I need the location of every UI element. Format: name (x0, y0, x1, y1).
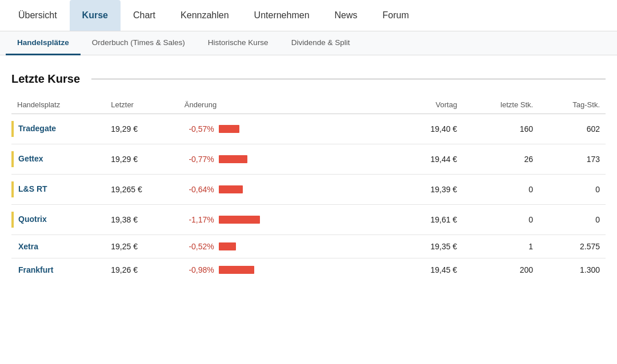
sub-nav-tab-historische-kurse[interactable]: Historische Kurse (197, 31, 280, 55)
place-name[interactable]: Frankfurt (18, 265, 53, 274)
handelsplatz-cell: Xetra (11, 235, 105, 258)
table-body: Tradegate19,29 €-0,57%19,40 €160602Gette… (11, 114, 606, 282)
handelsplatz-cell: Frankfurt (11, 258, 105, 282)
main-nav-tab-news[interactable]: News (322, 0, 370, 31)
main-nav-tab-forum[interactable]: Forum (370, 0, 422, 31)
col-header-6: Tag-Stk. (539, 96, 606, 114)
content-area: Letzte Kurse HandelsplatzLetzterÄnderung… (0, 55, 617, 293)
tag-stk-cell: 602 (539, 114, 606, 144)
main-nav-tab-chart[interactable]: Chart (121, 0, 168, 31)
sub-nav-tab-handelsplaetze[interactable]: Handelsplätze (6, 31, 81, 55)
place-name[interactable]: Gettex (18, 154, 43, 163)
aenderung-cell: -0,98% (179, 258, 328, 282)
change-value: -0,64% (185, 185, 214, 194)
letzter-cell: 19,38 € (105, 205, 179, 235)
aenderung-cell: -0,57% (179, 114, 328, 144)
letzter-cell: 19,29 € (105, 144, 179, 175)
change-value: -0,52% (185, 242, 214, 251)
place-name[interactable]: Quotrix (18, 215, 47, 224)
table-row: Tradegate19,29 €-0,57%19,40 €160602 (11, 114, 606, 144)
change-bar (219, 242, 236, 250)
aenderung-cell: -0,52% (179, 235, 328, 258)
handelsplatz-cell: Quotrix (11, 205, 105, 235)
spacer-cell (328, 258, 397, 282)
sub-nav-tab-dividende-&-split[interactable]: Dividende & Split (280, 31, 362, 55)
table-row: Xetra19,25 €-0,52%19,35 €12.575 (11, 235, 606, 258)
change-bar (219, 125, 239, 133)
tag-stk-cell: 0 (539, 175, 606, 205)
vortag-cell: 19,61 € (397, 205, 463, 235)
yellow-marker (11, 212, 14, 228)
main-nav: ÜbersichtKurseChartKennzahlenUnternehmen… (0, 0, 617, 31)
col-header-0: Handelsplatz (11, 96, 105, 114)
aenderung-cell: -0,77% (179, 144, 328, 175)
spacer-cell (328, 144, 397, 175)
sub-nav-tab-orderbuch-times-&-sales[interactable]: Orderbuch (Times & Sales) (81, 31, 197, 55)
col-header-5: letzte Stk. (463, 96, 539, 114)
change-bar (219, 266, 254, 274)
col-header-4: Vortag (397, 96, 463, 114)
change-value: -0,98% (185, 265, 214, 274)
table-row: Gettex19,29 €-0,77%19,44 €26173 (11, 144, 606, 175)
change-bar (219, 216, 260, 224)
table-row: Frankfurt19,26 €-0,98%19,45 €2001.300 (11, 258, 606, 282)
main-nav-tab-kennzahlen[interactable]: Kennzahlen (168, 0, 242, 31)
yellow-marker (11, 151, 14, 167)
change-value: -1,17% (185, 215, 214, 224)
letzte-stk-cell: 160 (463, 114, 539, 144)
letzte-stk-cell: 0 (463, 205, 539, 235)
tag-stk-cell: 173 (539, 144, 606, 175)
vortag-cell: 19,45 € (397, 258, 463, 282)
table-header: HandelsplatzLetzterÄnderungVortagletzte … (11, 96, 606, 114)
main-nav-tab-unternehmen[interactable]: Unternehmen (242, 0, 322, 31)
handelsplatz-cell: Tradegate (11, 114, 105, 144)
handelsplatz-cell: L&S RT (11, 175, 105, 205)
yellow-marker (11, 181, 14, 197)
letzter-cell: 19,26 € (105, 258, 179, 282)
change-value: -0,77% (185, 155, 214, 164)
vortag-cell: 19,39 € (397, 175, 463, 205)
col-header-1: Letzter (105, 96, 179, 114)
letzter-cell: 19,265 € (105, 175, 179, 205)
handelsplatz-cell: Gettex (11, 144, 105, 175)
table-row: L&S RT19,265 €-0,64%19,39 €00 (11, 175, 606, 205)
col-header-3 (328, 96, 397, 114)
aenderung-cell: -0,64% (179, 175, 328, 205)
kurse-table: HandelsplatzLetzterÄnderungVortagletzte … (11, 96, 606, 281)
aenderung-cell: -1,17% (179, 205, 328, 235)
tag-stk-cell: 2.575 (539, 235, 606, 258)
main-nav-tab-uebersicht[interactable]: Übersicht (6, 0, 70, 31)
header-row: HandelsplatzLetzterÄnderungVortagletzte … (11, 96, 606, 114)
spacer-cell (328, 114, 397, 144)
letzte-stk-cell: 26 (463, 144, 539, 175)
spacer-cell (328, 205, 397, 235)
tag-stk-cell: 1.300 (539, 258, 606, 282)
change-bar (219, 155, 247, 163)
vortag-cell: 19,35 € (397, 235, 463, 258)
change-bar (219, 185, 243, 193)
vortag-cell: 19,44 € (397, 144, 463, 175)
change-value: -0,57% (185, 124, 214, 134)
place-name[interactable]: Xetra (18, 242, 38, 251)
letzte-stk-cell: 1 (463, 235, 539, 258)
vortag-cell: 19,40 € (397, 114, 463, 144)
place-name[interactable]: L&S RT (18, 184, 47, 193)
place-name[interactable]: Tradegate (18, 124, 56, 133)
letzte-stk-cell: 200 (463, 258, 539, 282)
main-container: ÜbersichtKurseChartKennzahlenUnternehmen… (0, 0, 617, 364)
letzte-stk-cell: 0 (463, 175, 539, 205)
spacer-cell (328, 175, 397, 205)
spacer-cell (328, 235, 397, 258)
letzter-cell: 19,29 € (105, 114, 179, 144)
yellow-marker (11, 121, 14, 137)
sub-nav: HandelsplätzeOrderbuch (Times & Sales)Hi… (0, 31, 617, 55)
col-header-2: Änderung (179, 96, 328, 114)
table-row: Quotrix19,38 €-1,17%19,61 €00 (11, 205, 606, 235)
letzter-cell: 19,25 € (105, 235, 179, 258)
main-nav-tab-kurse[interactable]: Kurse (70, 0, 121, 31)
tag-stk-cell: 0 (539, 205, 606, 235)
section-title: Letzte Kurse (11, 72, 606, 86)
